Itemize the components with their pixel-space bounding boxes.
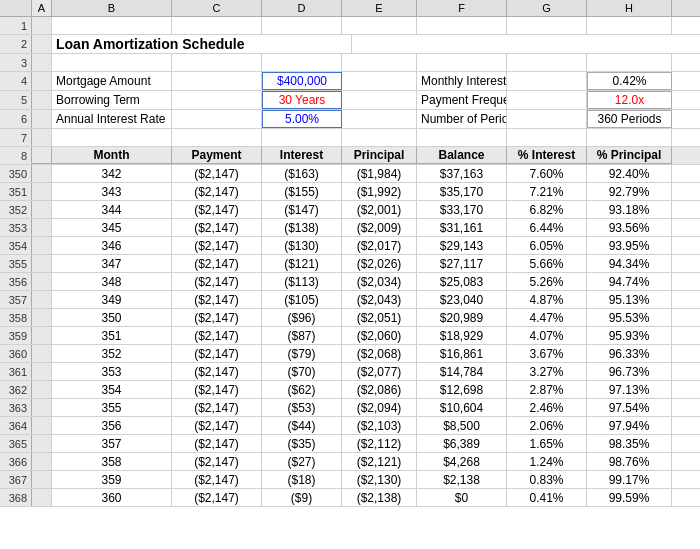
rownum-data: 362	[0, 381, 32, 398]
cell-data: 2.87%	[507, 381, 587, 398]
cell-data: ($96)	[262, 309, 342, 326]
cell-data: 95.53%	[587, 309, 672, 326]
corner-cell	[0, 0, 32, 16]
cell-e3	[342, 54, 417, 71]
cell-data: 351	[52, 327, 172, 344]
cell-c3	[172, 54, 262, 71]
cell-data: 98.76%	[587, 453, 672, 470]
cell-data: 93.18%	[587, 201, 672, 218]
cell-data: ($2,147)	[172, 381, 262, 398]
cell-data: 93.56%	[587, 219, 672, 236]
cell-data: 1.24%	[507, 453, 587, 470]
cell-a2	[32, 35, 52, 53]
cell-data: 1.65%	[507, 435, 587, 452]
cell-data: ($2,001)	[342, 201, 417, 218]
borrowing-value[interactable]: 30 Years	[262, 91, 342, 109]
rownum-4: 4	[0, 72, 32, 90]
col-month: Month	[52, 147, 172, 164]
cell-data: ($2,147)	[172, 417, 262, 434]
rownum-data: 367	[0, 471, 32, 488]
cell-d1	[262, 17, 342, 34]
table-row: 362354($2,147)($62)($2,086)$12,6982.87%9…	[0, 381, 700, 399]
cell-a-data	[32, 399, 52, 416]
rate-label: Annual Interest Rate	[52, 110, 172, 128]
cell-h7	[587, 129, 672, 146]
cell-data: $31,161	[417, 219, 507, 236]
rownum-2: 2	[0, 35, 32, 53]
cell-e5	[342, 91, 417, 109]
freq-value: 12.0x	[587, 91, 672, 109]
rate-value[interactable]: 5.00%	[262, 110, 342, 128]
rownum-6: 6	[0, 110, 32, 128]
cell-c5	[172, 91, 262, 109]
rownum-3: 3	[0, 54, 32, 71]
cell-a3	[32, 54, 52, 71]
cell-data: ($1,992)	[342, 183, 417, 200]
cell-a-data	[32, 237, 52, 254]
cell-data: ($2,077)	[342, 363, 417, 380]
cell-data: $35,170	[417, 183, 507, 200]
cell-data: $29,143	[417, 237, 507, 254]
cell-data: $4,268	[417, 453, 507, 470]
rownum-data: 351	[0, 183, 32, 200]
col-principal: Principal	[342, 147, 417, 164]
cell-data: ($113)	[262, 273, 342, 290]
cell-data: 347	[52, 255, 172, 272]
cell-data: $16,861	[417, 345, 507, 362]
cell-c6	[172, 110, 262, 128]
cell-data: 2.46%	[507, 399, 587, 416]
cell-data: ($18)	[262, 471, 342, 488]
table-row: 353345($2,147)($138)($2,009)$31,1616.44%…	[0, 219, 700, 237]
cell-a-data	[32, 489, 52, 506]
cell-data: 343	[52, 183, 172, 200]
table-row: 357349($2,147)($105)($2,043)$23,0404.87%…	[0, 291, 700, 309]
rownum-5: 5	[0, 91, 32, 109]
table-row: 358350($2,147)($96)($2,051)$20,9894.47%9…	[0, 309, 700, 327]
cell-data: 5.26%	[507, 273, 587, 290]
cell-e4	[342, 72, 417, 90]
cell-a1	[32, 17, 52, 34]
cell-data: 3.27%	[507, 363, 587, 380]
row-3: 3	[0, 54, 700, 72]
cell-data: $20,989	[417, 309, 507, 326]
cell-a5	[32, 91, 52, 109]
cell-g4	[507, 72, 587, 90]
cell-data: ($2,034)	[342, 273, 417, 290]
cell-a-data	[32, 183, 52, 200]
cell-data: ($87)	[262, 327, 342, 344]
row-2: 2 Loan Amortization Schedule	[0, 35, 700, 54]
spreadsheet-title: Loan Amortization Schedule	[52, 35, 352, 53]
cell-a-data	[32, 291, 52, 308]
cell-data: ($155)	[262, 183, 342, 200]
row-5: 5 Borrowing Term 30 Years Payment Freque…	[0, 91, 700, 110]
cell-data: ($2,147)	[172, 237, 262, 254]
cell-data: 99.17%	[587, 471, 672, 488]
table-row: 365357($2,147)($35)($2,112)$6,3891.65%98…	[0, 435, 700, 453]
table-row: 363355($2,147)($53)($2,094)$10,6042.46%9…	[0, 399, 700, 417]
cell-data: 92.40%	[587, 165, 672, 182]
spreadsheet: A B C D E F G H 1 2 Loan Amortization Sc…	[0, 0, 700, 507]
rownum-data: 358	[0, 309, 32, 326]
table-row: 356348($2,147)($113)($2,034)$25,0835.26%…	[0, 273, 700, 291]
cell-data: ($2,147)	[172, 363, 262, 380]
cell-data: 5.66%	[507, 255, 587, 272]
cell-h3	[587, 54, 672, 71]
table-row: 364356($2,147)($44)($2,103)$8,5002.06%97…	[0, 417, 700, 435]
cell-a6	[32, 110, 52, 128]
cell-data: $14,784	[417, 363, 507, 380]
cell-data: 3.67%	[507, 345, 587, 362]
cell-data: $37,163	[417, 165, 507, 182]
cell-data: 359	[52, 471, 172, 488]
mortgage-value[interactable]: $400,000	[262, 72, 342, 90]
cell-a-data	[32, 201, 52, 218]
cell-data: 98.35%	[587, 435, 672, 452]
rownum-data: 361	[0, 363, 32, 380]
cell-data: ($2,121)	[342, 453, 417, 470]
cell-data: 349	[52, 291, 172, 308]
cell-a-data	[32, 345, 52, 362]
cell-data: ($2,147)	[172, 399, 262, 416]
cell-data: ($2,147)	[172, 219, 262, 236]
table-row: 351343($2,147)($155)($1,992)$35,1707.21%…	[0, 183, 700, 201]
cell-a-data	[32, 471, 52, 488]
rownum-data: 359	[0, 327, 32, 344]
